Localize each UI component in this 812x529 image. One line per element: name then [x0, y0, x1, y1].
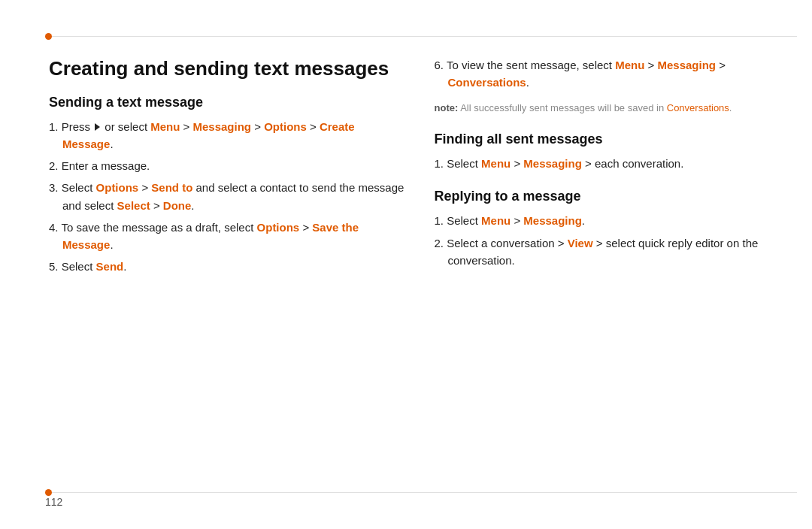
messaging-link: Messaging	[193, 120, 252, 133]
menu-link3: Menu	[481, 157, 511, 170]
messaging-link2: Messaging	[657, 59, 716, 71]
conversations-note-link: Conversations	[667, 102, 729, 113]
bottom-decorative-line	[45, 492, 797, 493]
replying-steps-list: 1. Select Menu > Messaging. 2. Select a …	[435, 212, 790, 269]
sending-steps-list: 1. Press or select Menu > Messaging > Op…	[49, 118, 404, 276]
note-block: note: All successfully sent messages wil…	[435, 101, 790, 116]
list-item: 1. Select Menu > Messaging.	[435, 212, 790, 229]
section1-heading: Sending a text message	[49, 95, 404, 110]
save-message-link: Save the Message	[62, 221, 359, 251]
list-item: 5. Select Send.	[49, 258, 404, 275]
triangle-icon	[95, 123, 100, 131]
main-heading: Creating and sending text messages	[49, 56, 404, 81]
send-link: Send	[96, 260, 124, 273]
done-link: Done	[163, 199, 192, 212]
options-link3: Options	[257, 221, 300, 234]
page-container: 112 Creating and sending text messages S…	[0, 0, 812, 529]
list-item: 2. Enter a message.	[49, 157, 404, 174]
messaging-link4: Messaging	[523, 214, 582, 227]
content-area: Creating and sending text messages Sendi…	[49, 49, 789, 480]
section2-heading: Finding all sent messages	[435, 131, 790, 147]
left-column: Creating and sending text messages Sendi…	[49, 49, 404, 480]
finding-steps-list: 1. Select Menu > Messaging > each conver…	[435, 155, 790, 172]
list-item: 4. To save the message as a draft, selec…	[49, 219, 404, 254]
menu-link: Menu	[150, 120, 180, 133]
menu-link2: Menu	[615, 59, 644, 71]
page-number: 112	[45, 496, 62, 508]
right-column: 6. To view the sent message, select Menu…	[435, 49, 790, 480]
conversations-link: Conversations	[448, 76, 526, 89]
top-decorative-line	[45, 36, 797, 37]
options-link: Options	[264, 120, 307, 133]
messaging-link3: Messaging	[523, 157, 582, 170]
list-item: 1. Select Menu > Messaging > each conver…	[435, 155, 790, 172]
step6: 6. To view the sent message, select Menu…	[435, 56, 790, 92]
options-link2: Options	[96, 181, 139, 194]
note-text: All successfully sent messages will be s…	[458, 102, 666, 113]
note-label: note:	[435, 102, 459, 113]
list-item: 1. Press or select Menu > Messaging > Op…	[49, 118, 404, 153]
section3-heading: Replying to a message	[435, 189, 790, 204]
view-link: View	[568, 237, 593, 249]
select-link: Select	[117, 199, 150, 212]
send-to-link: Send to	[151, 181, 192, 194]
list-item: 3. Select Options > Send to and select a…	[49, 179, 404, 214]
menu-link4: Menu	[481, 214, 511, 227]
list-item: 2. Select a conversation > View > select…	[435, 234, 790, 270]
